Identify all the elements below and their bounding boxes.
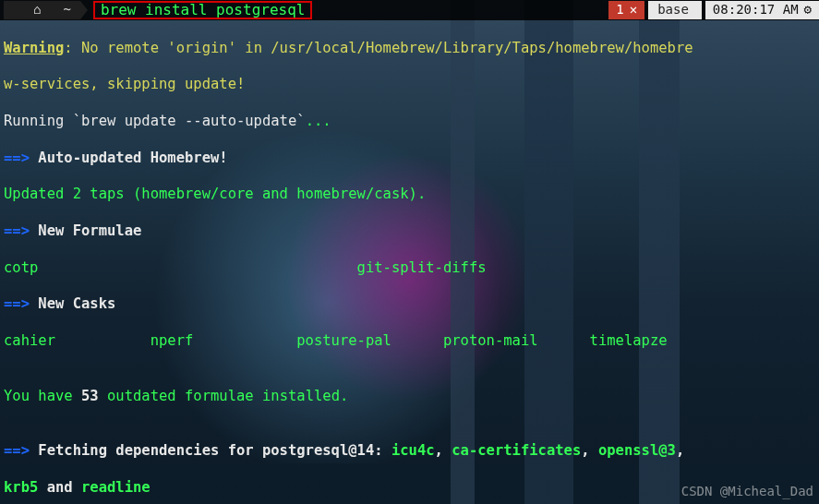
- text: ,: [435, 442, 452, 459]
- text: : No remote 'origin' in /usr/local/Homeb…: [64, 40, 693, 56]
- text: Running `brew update --auto-update`: [4, 113, 306, 129]
- cwd-tilde: ~: [50, 1, 79, 19]
- text: w-services, skipping update!: [4, 76, 815, 94]
- terminal-window[interactable]: ⌂ ~ brew install postgresql 1 ✕ base 08:…: [0, 0, 819, 504]
- env-label: base: [657, 2, 689, 18]
- arrow-icon: ==>: [4, 442, 30, 459]
- breadcrumb: ⌂ ~: [4, 1, 80, 19]
- clock-chip: 08:20:17 AM ⚙: [705, 1, 819, 19]
- dep: icu4c: [391, 442, 435, 459]
- command-highlight: brew install postgresql: [93, 1, 313, 19]
- text: and: [38, 479, 81, 496]
- tab-count: 1: [616, 2, 623, 18]
- text: outdated formulae: [99, 388, 254, 404]
- tab-count-chip[interactable]: 1 ✕: [608, 1, 644, 19]
- gear-icon[interactable]: ⚙: [804, 2, 812, 18]
- text: cotp git-split-diffs: [4, 259, 815, 278]
- dep: openssl@3: [598, 442, 676, 459]
- terminal-output[interactable]: Warning: No remote 'origin' in /usr/loca…: [0, 20, 819, 504]
- count: 53: [81, 388, 99, 404]
- arrow-icon: ==>: [4, 295, 30, 312]
- text: ...: [306, 113, 331, 129]
- text: Fetching dependencies for postgresql@14:: [30, 442, 391, 459]
- arrow-icon: ==>: [4, 150, 30, 166]
- text: ,: [581, 442, 598, 459]
- text: installed.: [254, 388, 349, 404]
- text: You have: [4, 388, 81, 404]
- arrow-icon: ==>: [4, 222, 30, 239]
- dep: readline: [81, 479, 151, 496]
- apple-icon[interactable]: [4, 1, 20, 19]
- watermark: CSDN @Micheal_Dad: [681, 484, 813, 500]
- text: Updated 2 taps (homebrew/core and homebr…: [4, 186, 815, 204]
- warning-label: Warning: [4, 40, 64, 56]
- env-chip: base: [648, 1, 702, 19]
- text: New Formulae: [30, 222, 141, 239]
- text: cahier nperf posture-pal proton-mail tim…: [4, 332, 815, 351]
- status-bar: ⌂ ~ brew install postgresql 1 ✕ base 08:…: [0, 0, 819, 20]
- clock-text: 08:20:17 AM: [713, 2, 799, 18]
- dep: krb5: [4, 479, 38, 496]
- close-icon[interactable]: ✕: [630, 2, 637, 18]
- dep: ca-certificates: [452, 442, 581, 459]
- text: Auto-updated Homebrew!: [30, 150, 228, 166]
- home-icon[interactable]: ⌂: [20, 1, 50, 19]
- text: ,: [676, 442, 684, 459]
- text: New Casks: [30, 295, 115, 312]
